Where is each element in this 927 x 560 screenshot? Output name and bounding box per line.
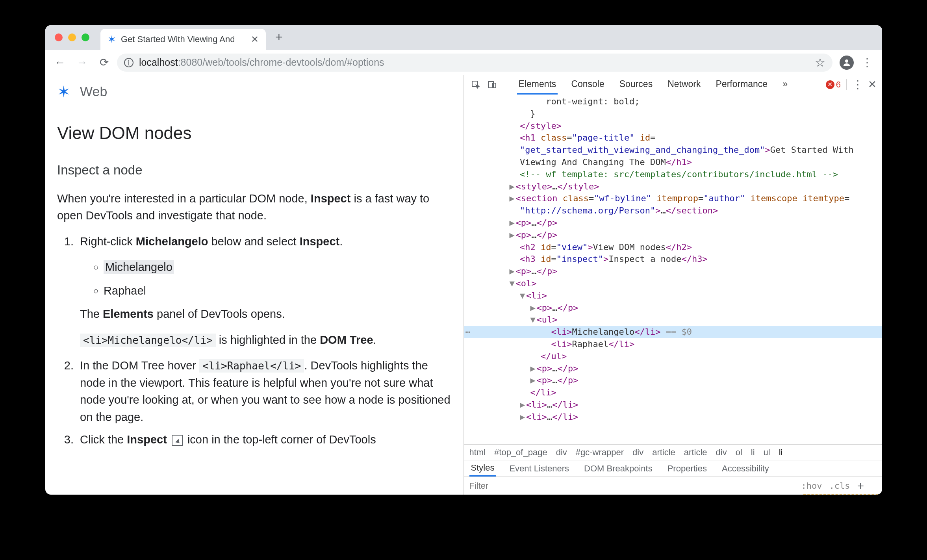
dom-tree-row[interactable]: ront-weignt: bold; (464, 96, 883, 108)
site-info-icon[interactable]: i (124, 58, 133, 67)
dom-tree-row[interactable]: <h2 id="view">View DOM nodes</h2> (464, 241, 883, 254)
toolbar-actions: ⋮ (836, 56, 877, 70)
breadcrumb-item[interactable]: article (684, 447, 707, 458)
dom-tree-row[interactable]: ⋯ <li>Michelangelo</li> == $0 (464, 326, 883, 338)
dom-tree-row[interactable]: ▶<li>…</li> (464, 411, 883, 423)
dom-tree-row[interactable]: ▶<p>…</p> (464, 265, 883, 278)
add-rule-button[interactable]: + (857, 479, 864, 493)
tab-elements[interactable]: Elements (517, 75, 558, 95)
window-controls (51, 33, 100, 50)
step-1: Right-click Michelangelo below and selec… (77, 233, 452, 349)
site-header: ✶ Web (45, 75, 464, 108)
dom-tree-row[interactable]: ▶<li>…</li> (464, 399, 883, 411)
dom-tree-row[interactable]: <li>Raphael</li> (464, 338, 883, 350)
more-tabs-button[interactable]: » (781, 75, 789, 95)
site-name: Web (80, 84, 107, 99)
code-snippet: <li>Michelangelo</li> (80, 334, 216, 347)
dom-tree-row[interactable]: ▼<ul> (464, 314, 883, 326)
example-list: Michelangelo Raphael (80, 259, 452, 299)
browser-menu-button[interactable]: ⋮ (857, 56, 877, 69)
steps-list: Right-click Michelangelo below and selec… (57, 233, 452, 449)
tab-console[interactable]: Console (569, 75, 606, 95)
url-port: :8080 (178, 57, 203, 68)
breadcrumb-item[interactable]: article (652, 447, 675, 458)
tab-event-listeners[interactable]: Event Listeners (508, 461, 571, 476)
svg-point-0 (845, 59, 848, 63)
dom-tree-row[interactable]: ▶<section class="wf-byline" itemprop="au… (464, 193, 883, 205)
breadcrumb-item[interactable]: #top_of_page (494, 447, 547, 458)
breadcrumb-item[interactable]: ol (736, 447, 742, 458)
forward-button[interactable]: → (73, 54, 91, 72)
devtools-tabs: Elements Console Sources Network Perform… (517, 75, 789, 95)
dom-tree-row[interactable]: ▶<p>…</p> (464, 363, 883, 375)
dom-tree-row[interactable]: ▼<li> (464, 290, 883, 302)
breadcrumb-item[interactable]: li (779, 447, 783, 458)
dom-tree-row[interactable]: <h1 class="page-title" id= (464, 132, 883, 144)
styles-filter-bar: :hov .cls + (464, 477, 883, 495)
reload-button[interactable]: ⟳ (95, 54, 113, 72)
dom-tree-row[interactable]: </style> (464, 120, 883, 132)
dom-tree-row[interactable]: ▶<p>…</p> (464, 217, 883, 229)
breadcrumb-item[interactable]: #gc-wrapper (576, 447, 624, 458)
tab-properties[interactable]: Properties (666, 461, 708, 476)
heading-h2: View DOM nodes (57, 120, 452, 146)
breadcrumb-item[interactable]: div (556, 447, 567, 458)
address-bar[interactable]: i localhost:8080/web/tools/chrome-devtoo… (117, 54, 832, 72)
new-tab-button[interactable]: + (266, 30, 292, 50)
breadcrumb-item[interactable]: div (716, 447, 727, 458)
device-toolbar-icon[interactable] (486, 78, 499, 91)
tab-strip: ✶ Get Started With Viewing And ✕ + (45, 25, 882, 50)
article-body: View DOM nodes Inspect a node When you'r… (45, 108, 464, 449)
elements-tree[interactable]: ront-weignt: bold; } </style> <h1 class=… (464, 94, 883, 444)
back-button[interactable]: ← (51, 54, 69, 72)
tab-accessibility[interactable]: Accessibility (720, 461, 771, 476)
dom-tree-row[interactable]: ▶<p>…</p> (464, 229, 883, 241)
list-item[interactable]: Raphael (104, 282, 452, 300)
breadcrumb-item[interactable]: html (469, 447, 486, 458)
tab-sources[interactable]: Sources (618, 75, 654, 95)
devtools-toolbar: Elements Console Sources Network Perform… (464, 75, 883, 94)
error-count[interactable]: ✕ 6 (826, 80, 841, 90)
cls-toggle[interactable]: .cls (829, 481, 850, 491)
browser-window: ✶ Get Started With Viewing And ✕ + ← → ⟳… (45, 25, 882, 495)
dom-tree-row[interactable]: ▶<p>…</p> (464, 375, 883, 387)
tab-network[interactable]: Network (666, 75, 702, 95)
devtools-actions: ✕ 6 ⋮ ✕ (826, 78, 877, 91)
close-devtools-button[interactable]: ✕ (868, 78, 877, 91)
dom-tree-row[interactable]: ▶<p>…</p> (464, 302, 883, 314)
dom-tree-row[interactable]: Viewing And Changing The DOM</h1> (464, 156, 883, 169)
content-area: ✶ Web View DOM nodes Inspect a node When… (45, 75, 882, 495)
hov-toggle[interactable]: :hov (801, 481, 822, 491)
url-host: localhost (139, 57, 178, 68)
breadcrumb-bar[interactable]: html#top_of_pagediv#gc-wrapperdivarticle… (464, 444, 883, 460)
profile-avatar-icon[interactable] (840, 56, 854, 70)
dom-tree-row[interactable]: ▼<ol> (464, 278, 883, 290)
close-window-button[interactable] (55, 33, 63, 41)
dom-tree-row[interactable]: </li> (464, 387, 883, 399)
minimize-window-button[interactable] (68, 33, 76, 41)
heading-h3: Inspect a node (57, 160, 452, 180)
bookmark-icon[interactable]: ☆ (815, 56, 825, 69)
dom-tree-row[interactable]: "get_started_with_viewing_and_changing_t… (464, 144, 883, 156)
inspect-element-icon[interactable] (469, 78, 482, 91)
maximize-window-button[interactable] (82, 33, 89, 41)
dom-tree-row[interactable]: </ul> (464, 350, 883, 363)
breadcrumb-item[interactable]: ul (764, 447, 770, 458)
dom-tree-row[interactable]: "http://schema.org/Person">…</section> (464, 205, 883, 217)
tab-styles[interactable]: Styles (469, 460, 496, 477)
breadcrumb-item[interactable]: div (632, 447, 643, 458)
breadcrumb-item[interactable]: li (751, 447, 755, 458)
dom-tree-row[interactable]: } (464, 108, 883, 120)
tab-dom-breakpoints[interactable]: DOM Breakpoints (582, 461, 654, 476)
dom-tree-row[interactable]: ▶<style>…</style> (464, 181, 883, 193)
tab-performance[interactable]: Performance (714, 75, 769, 95)
devtools-menu-button[interactable]: ⋮ (852, 78, 862, 91)
filter-input[interactable] (469, 481, 578, 491)
dom-tree-row[interactable]: <!-- wf_template: src/templates/contribu… (464, 169, 883, 181)
close-tab-button[interactable]: ✕ (251, 34, 259, 45)
dom-tree-row[interactable]: <h3 id="inspect">Inspect a node</h3> (464, 253, 883, 265)
page-viewport: ✶ Web View DOM nodes Inspect a node When… (45, 75, 464, 495)
browser-tab[interactable]: ✶ Get Started With Viewing And ✕ (100, 29, 266, 50)
code-snippet: <li>Raphael</li> (199, 359, 304, 373)
list-item[interactable]: Michelangelo (104, 259, 452, 276)
